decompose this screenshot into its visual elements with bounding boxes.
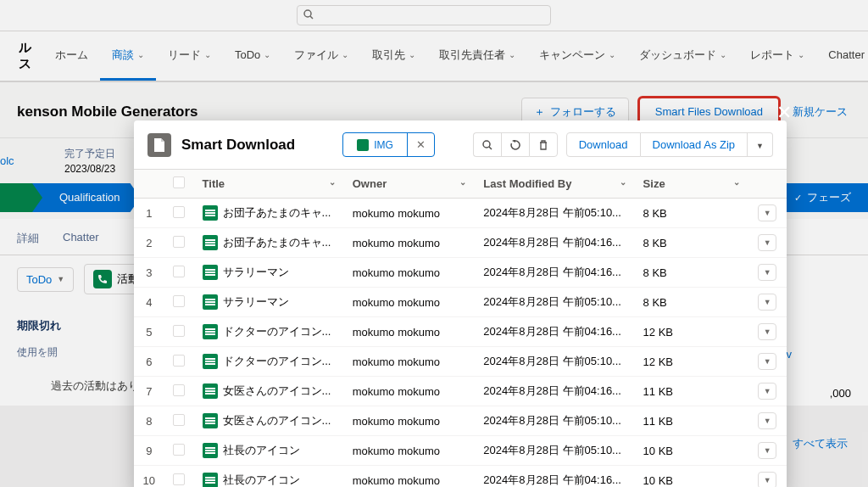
col-owner[interactable]: Owner⌄ bbox=[344, 170, 476, 199]
file-title: お団子あたまのキャ... bbox=[223, 206, 331, 219]
cell-modified: 2024年8月28日 午前05:10... bbox=[475, 347, 634, 377]
checkbox-icon bbox=[173, 176, 185, 188]
download-button[interactable]: Download bbox=[566, 132, 641, 157]
cell-title[interactable]: 女医さんのアイコン... bbox=[194, 377, 344, 406]
row-checkbox[interactable] bbox=[164, 228, 194, 258]
remove-pill-icon[interactable]: ✕ bbox=[407, 133, 434, 156]
row-index: 9 bbox=[134, 436, 164, 466]
col-index bbox=[134, 170, 164, 199]
file-type-icon bbox=[203, 324, 218, 339]
checkbox-icon bbox=[173, 266, 185, 277]
cell-title[interactable]: 社長のアイコン bbox=[194, 436, 344, 466]
delete-button[interactable] bbox=[529, 132, 558, 157]
cell-title[interactable]: ドクターのアイコン... bbox=[194, 317, 344, 347]
checkbox-icon bbox=[173, 236, 185, 248]
checkbox-icon bbox=[173, 325, 185, 337]
col-select-all[interactable] bbox=[164, 170, 194, 199]
row-menu-button[interactable]: ▼ bbox=[758, 294, 776, 311]
cell-actions: ▼ bbox=[748, 436, 787, 466]
download-more-button[interactable]: ▼ bbox=[748, 132, 773, 157]
svg-line-3 bbox=[489, 147, 492, 149]
cell-owner[interactable]: mokumo mokumo bbox=[344, 436, 476, 466]
checkbox-icon bbox=[173, 206, 185, 218]
cell-owner[interactable]: mokumo mokumo bbox=[344, 288, 476, 317]
chevron-down-icon: ▼ bbox=[756, 142, 764, 150]
row-checkbox[interactable] bbox=[164, 436, 194, 466]
cell-modified: 2024年8月28日 午前05:10... bbox=[475, 436, 634, 466]
row-checkbox[interactable] bbox=[164, 199, 194, 228]
row-index: 6 bbox=[134, 347, 164, 377]
checkbox-icon bbox=[173, 414, 185, 426]
row-checkbox[interactable] bbox=[164, 377, 194, 406]
cell-title[interactable]: お団子あたまのキャ... bbox=[194, 228, 344, 258]
row-checkbox[interactable] bbox=[164, 347, 194, 377]
checkbox-icon bbox=[173, 355, 185, 367]
cell-owner[interactable]: mokumo mokumo bbox=[344, 258, 476, 288]
cell-title[interactable]: サラリーマン bbox=[194, 288, 344, 317]
col-title[interactable]: Title⌄ bbox=[194, 170, 344, 199]
col-size[interactable]: Size⌄ bbox=[635, 170, 748, 199]
row-checkbox[interactable] bbox=[164, 288, 194, 317]
row-checkbox[interactable] bbox=[164, 406, 194, 436]
row-index: 7 bbox=[134, 377, 164, 406]
modal-header: Smart Download IMG ✕ Download Download A… bbox=[134, 120, 787, 170]
row-checkbox[interactable] bbox=[164, 258, 194, 288]
row-checkbox[interactable] bbox=[164, 317, 194, 347]
row-menu-button[interactable]: ▼ bbox=[758, 383, 776, 400]
row-index: 2 bbox=[134, 228, 164, 258]
table-row: 1お団子あたまのキャ...mokumo mokumo2024年8月28日 午前0… bbox=[134, 199, 787, 228]
files-table: Title⌄ Owner⌄ Last Modified By⌄ Size⌄ 1お… bbox=[134, 170, 787, 487]
cell-owner[interactable]: mokumo mokumo bbox=[344, 406, 476, 436]
row-index: 8 bbox=[134, 406, 164, 436]
row-menu-button[interactable]: ▼ bbox=[758, 323, 776, 340]
row-menu-button[interactable]: ▼ bbox=[758, 234, 776, 251]
cell-owner[interactable]: mokumo mokumo bbox=[344, 228, 476, 258]
table-row: 5ドクターのアイコン...mokumo mokumo2024年8月28日 午前0… bbox=[134, 317, 787, 347]
file-type-icon bbox=[203, 473, 218, 487]
row-menu-button[interactable]: ▼ bbox=[758, 442, 776, 459]
cell-title[interactable]: サラリーマン bbox=[194, 258, 344, 288]
cell-size: 12 KB bbox=[635, 317, 748, 347]
cell-title[interactable]: 女医さんのアイコン... bbox=[194, 406, 344, 436]
row-menu-button[interactable]: ▼ bbox=[758, 353, 776, 370]
cell-owner[interactable]: mokumo mokumo bbox=[344, 199, 476, 228]
cell-modified: 2024年8月28日 午前04:16... bbox=[475, 228, 634, 258]
cell-size: 10 KB bbox=[635, 436, 748, 466]
cell-title[interactable]: お団子あたまのキャ... bbox=[194, 199, 344, 228]
file-title: ドクターのアイコン... bbox=[223, 325, 331, 338]
row-index: 10 bbox=[134, 466, 164, 488]
refresh-button[interactable] bbox=[501, 132, 529, 157]
cell-owner[interactable]: mokumo mokumo bbox=[344, 466, 476, 488]
row-menu-button[interactable]: ▼ bbox=[758, 412, 776, 429]
modal-title: Smart Download bbox=[181, 137, 295, 154]
cell-modified: 2024年8月28日 午前04:16... bbox=[475, 317, 634, 347]
filter-pill-group: IMG ✕ bbox=[342, 132, 435, 157]
search-icon bbox=[482, 140, 492, 150]
download-zip-button[interactable]: Download As Zip bbox=[641, 132, 748, 157]
row-checkbox[interactable] bbox=[164, 466, 194, 488]
filter-pill-img[interactable]: IMG bbox=[343, 133, 407, 156]
cell-title[interactable]: 社長のアイコン bbox=[194, 466, 344, 488]
col-size-label: Size bbox=[643, 177, 665, 190]
svg-point-2 bbox=[483, 141, 490, 148]
cell-actions: ▼ bbox=[748, 347, 787, 377]
cell-actions: ▼ bbox=[748, 406, 787, 436]
row-menu-button[interactable]: ▼ bbox=[758, 264, 776, 281]
file-title: お団子あたまのキャ... bbox=[223, 236, 331, 249]
row-index: 1 bbox=[134, 199, 164, 228]
table-row: 10社長のアイコンmokumo mokumo2024年8月28日 午前04:16… bbox=[134, 466, 787, 488]
cell-owner[interactable]: mokumo mokumo bbox=[344, 377, 476, 406]
search-files-button[interactable] bbox=[473, 132, 501, 157]
file-title: 女医さんのアイコン... bbox=[223, 414, 331, 427]
col-modified[interactable]: Last Modified By⌄ bbox=[475, 170, 634, 199]
row-menu-button[interactable]: ▼ bbox=[758, 204, 776, 221]
cell-owner[interactable]: mokumo mokumo bbox=[344, 317, 476, 347]
row-index: 5 bbox=[134, 317, 164, 347]
cell-title[interactable]: ドクターのアイコン... bbox=[194, 347, 344, 377]
cell-modified: 2024年8月28日 午前04:16... bbox=[475, 466, 634, 488]
cell-owner[interactable]: mokumo mokumo bbox=[344, 347, 476, 377]
close-icon[interactable]: ✕ bbox=[776, 102, 792, 124]
row-menu-button[interactable]: ▼ bbox=[758, 472, 776, 487]
cell-size: 10 KB bbox=[635, 466, 748, 488]
file-type-icon bbox=[203, 383, 218, 399]
